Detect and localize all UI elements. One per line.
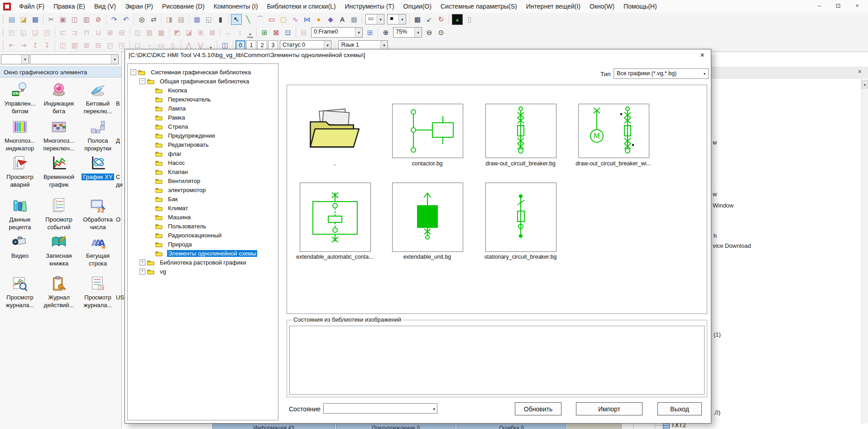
xy-chart-icon[interactable] xyxy=(90,155,106,171)
multi-switch-icon[interactable] xyxy=(51,119,67,135)
hexagon-tool-icon[interactable]: ◆ xyxy=(325,14,336,25)
menu-item-9[interactable]: Системные параметры(S) xyxy=(436,0,522,13)
align-right-icon[interactable]: ⊐ xyxy=(69,27,80,38)
palette-item-3[interactable]: Многопоз...индикатор xyxy=(1,137,39,152)
collapse-icon[interactable]: − xyxy=(139,78,145,84)
select-tool-icon[interactable]: ↖ xyxy=(231,14,242,25)
polygon-tool-icon[interactable]: ⋈ xyxy=(302,14,312,25)
palette-item-15[interactable]: Просмотржурнала... xyxy=(1,294,39,309)
video-icon[interactable] xyxy=(12,234,28,250)
tree-item-label[interactable]: Насос xyxy=(167,159,186,166)
same-width-icon[interactable]: ◫ xyxy=(132,27,143,38)
refresh-button[interactable]: Обновить xyxy=(515,402,561,415)
close-button[interactable]: × xyxy=(849,0,865,12)
tree-item-1[interactable]: −Общая графическая библиотека xyxy=(128,77,278,86)
tree-item-21[interactable]: +Библиотека растровой графики xyxy=(128,258,278,267)
roundrect-tool-icon[interactable]: ▢ xyxy=(278,14,289,25)
thumbnail-folder[interactable] xyxy=(300,104,370,157)
tree-item-0[interactable]: −Системная графическая библиотека xyxy=(128,67,278,77)
thumbnail-label[interactable]: draw-out_circuit_breaker.bg xyxy=(474,160,567,167)
replace-icon[interactable]: ⇄ xyxy=(148,14,159,25)
capture-icon[interactable]: ◱ xyxy=(203,14,214,25)
flip-v-icon[interactable]: ↕ xyxy=(235,27,245,38)
expand-icon[interactable]: + xyxy=(139,269,145,275)
thumbnail-label[interactable]: extendable_unit.bg xyxy=(381,254,474,260)
distribute-h-icon[interactable]: ⇤ xyxy=(6,40,17,51)
tree-item-label[interactable]: Клапан xyxy=(167,169,189,175)
event-log-view-icon[interactable]: 15 xyxy=(90,275,106,292)
thumbnail-extendable-unit[interactable] xyxy=(392,183,463,252)
thumbnail-stationary-breaker[interactable] xyxy=(485,183,556,252)
flip-h-icon[interactable]: ↔ xyxy=(223,27,234,38)
spacer-icon[interactable]: ▯ xyxy=(464,14,475,25)
element-category-combo[interactable]: ▾ xyxy=(30,54,119,64)
print-preview-icon[interactable]: ◨ xyxy=(164,14,175,25)
file-type-combo[interactable]: Все графики (*.vg,*.bg) ▾ xyxy=(614,68,709,79)
redo-icon[interactable]: ↷ xyxy=(109,14,120,25)
import-button[interactable]: Импорт xyxy=(576,402,643,415)
palette-item-10[interactable]: Просмотрсобытий xyxy=(40,216,78,231)
tree-item-14[interactable]: Бак xyxy=(128,194,278,203)
palette-item-13[interactable]: Записнаякнижка xyxy=(40,252,78,267)
chevron-down-icon[interactable]: ▾ xyxy=(433,407,435,411)
thumbnail-extendable-contactor[interactable] xyxy=(300,183,371,252)
palette-item-14[interactable]: Бегущаястрока xyxy=(79,252,117,267)
equal-v-spacing-icon[interactable]: ▥ xyxy=(69,40,80,51)
tree-item-label[interactable]: электромотор xyxy=(167,187,207,193)
tree-item-label[interactable]: Лампа xyxy=(167,105,187,112)
palette-item-17[interactable]: Просмотржурнала... xyxy=(79,294,117,309)
paste-icon[interactable]: ◫ xyxy=(69,14,80,25)
recipe-data-icon[interactable] xyxy=(12,198,28,214)
alarm-view-icon[interactable] xyxy=(12,155,28,171)
tree-item-6[interactable]: Стрела xyxy=(128,122,278,131)
menu-item-7[interactable]: Инструменты (T) xyxy=(340,0,399,13)
tree-item-label[interactable]: Климат xyxy=(167,205,189,212)
ungroup-icon[interactable]: ⊠ xyxy=(207,27,218,38)
tree-item-4[interactable]: Лампа xyxy=(128,104,278,113)
text-tool-icon[interactable]: A xyxy=(337,14,348,25)
tree-item-label[interactable]: Библиотека растровой графики xyxy=(159,259,247,266)
bit-control-icon[interactable]: ON xyxy=(12,82,28,98)
line-tool-icon[interactable]: ╲ xyxy=(243,14,254,25)
palette-item-1[interactable]: Индикациябита xyxy=(40,100,78,115)
scroll-up-icon[interactable]: ▲ xyxy=(862,81,868,88)
exit-button[interactable]: Выход xyxy=(657,402,702,415)
size-up-icon[interactable]: ↥ xyxy=(30,40,41,51)
palette-item-6[interactable]: Просмотраварий xyxy=(1,173,39,188)
chevron-down-icon[interactable]: ▾ xyxy=(701,69,708,78)
tree-item-15[interactable]: Климат xyxy=(128,203,278,212)
event-view-icon[interactable]: 123 xyxy=(51,198,67,214)
menu-item-1[interactable]: Правка (E) xyxy=(49,0,90,13)
save-icon[interactable]: ▦ xyxy=(30,14,41,25)
tree-item-label[interactable]: Радиолокационный xyxy=(167,232,222,239)
tree-item-9[interactable]: флаг xyxy=(128,149,278,158)
tree-item-label[interactable]: Рамка xyxy=(167,114,186,121)
menu-item-0[interactable]: Файл (F) xyxy=(14,0,49,13)
bring-front-icon[interactable]: ◩ xyxy=(172,27,182,38)
tree-item-16[interactable]: Машина xyxy=(128,212,278,222)
find-icon[interactable]: ◎ xyxy=(136,14,147,25)
menu-item-11[interactable]: Окно(W) xyxy=(585,0,619,13)
delete-frame-icon[interactable]: ⊠ xyxy=(271,27,282,38)
tree-item-label[interactable]: Пользователь xyxy=(167,223,207,230)
palette-item-8[interactable]: График XY xyxy=(79,173,117,181)
thumbnail-label[interactable]: extendable_automatic_conta... xyxy=(288,254,381,260)
lock-icon[interactable]: ◰ xyxy=(105,40,115,51)
close-icon[interactable]: × xyxy=(858,68,862,75)
menu-item-10[interactable]: Интернет вещей(I) xyxy=(522,0,585,13)
tree-item-19[interactable]: Природа xyxy=(128,240,278,249)
size-down-icon[interactable]: ↧ xyxy=(42,40,53,51)
minimize-button[interactable]: – xyxy=(811,0,827,12)
thumbnail-label[interactable]: contactor.bg xyxy=(381,160,474,167)
align-center-h-icon[interactable]: ⊞ xyxy=(105,27,115,38)
time-chart-icon[interactable] xyxy=(51,155,67,171)
delete-icon[interactable]: ⊘ xyxy=(93,14,104,25)
tree-item-label[interactable]: Переключатель xyxy=(167,96,212,103)
thumbnail-label[interactable]: draw-out_circuit_breaker_wi... xyxy=(567,160,660,167)
tree-item-label[interactable]: Кнопка xyxy=(167,87,188,94)
menu-item-2[interactable]: Вид (V) xyxy=(90,0,120,13)
tree-item-3[interactable]: Переключатель xyxy=(128,95,278,104)
rotate-icon[interactable]: ↻ xyxy=(436,14,446,25)
nudge-down-icon[interactable]: ◳ xyxy=(42,27,53,38)
bit-switch-icon[interactable] xyxy=(90,82,106,98)
